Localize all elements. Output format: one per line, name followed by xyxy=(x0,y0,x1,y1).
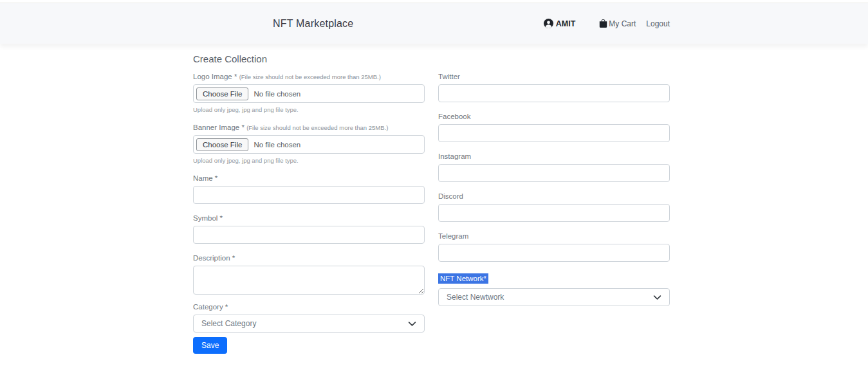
name-group: Name * xyxy=(193,174,425,204)
logo-helper-text: Upload only jpeg, jpg and png file type. xyxy=(193,106,425,113)
description-field[interactable] xyxy=(193,266,425,295)
logo-image-size-note: (File size should not be exceeded more t… xyxy=(239,73,381,80)
category-select[interactable]: Select Category xyxy=(193,315,425,333)
symbol-field[interactable] xyxy=(193,226,425,244)
name-field[interactable] xyxy=(193,186,425,204)
banner-image-size-note: (File size should not be exceeded more t… xyxy=(246,124,388,131)
telegram-label: Telegram xyxy=(438,232,670,240)
instagram-field[interactable] xyxy=(438,164,670,182)
logo-file-status: No file chosen xyxy=(254,90,300,98)
banner-image-group: Banner Image * (File size should not be … xyxy=(193,123,425,164)
chevron-down-icon xyxy=(653,293,661,302)
facebook-label: Facebook xyxy=(438,113,670,120)
nft-network-label: NFT Network* xyxy=(438,273,488,284)
form-right-column: Twitter Facebook Instagram Discord Teleg… xyxy=(438,73,670,354)
banner-choose-file-button[interactable]: Choose File xyxy=(196,138,248,151)
page-title: Create Collection xyxy=(193,53,670,64)
symbol-group: Symbol * xyxy=(193,214,425,244)
instagram-label: Instagram xyxy=(438,152,670,160)
discord-group: Discord xyxy=(438,192,670,222)
logo-image-group: Logo Image * (File size should not be ex… xyxy=(193,73,425,113)
category-label: Category * xyxy=(193,303,425,311)
facebook-field[interactable] xyxy=(438,124,670,142)
description-label: Description * xyxy=(193,254,425,262)
banner-helper-text: Upload only jpeg, jpg and png file type. xyxy=(193,157,425,164)
nav-user-menu[interactable]: AMIT xyxy=(544,19,576,28)
description-group: Description * xyxy=(193,254,425,295)
symbol-label: Symbol * xyxy=(193,214,425,222)
form-left-column: Logo Image * (File size should not be ex… xyxy=(193,73,425,354)
logo-image-label: Logo Image * (File size should not be ex… xyxy=(193,73,425,80)
create-collection-form: Create Collection Logo Image * (File siz… xyxy=(193,53,670,354)
name-label: Name * xyxy=(193,174,425,182)
save-button[interactable]: Save xyxy=(193,337,227,354)
brand-title: NFT Marketplace xyxy=(273,18,353,30)
telegram-group: Telegram xyxy=(438,232,670,262)
nft-network-group: NFT Network* Select Newtwork xyxy=(438,272,670,306)
instagram-group: Instagram xyxy=(438,152,670,182)
nav-my-cart[interactable]: My Cart xyxy=(599,19,636,28)
network-selected-value: Select Newtwork xyxy=(447,293,504,302)
twitter-label: Twitter xyxy=(438,73,670,80)
logo-choose-file-button[interactable]: Choose File xyxy=(196,87,248,100)
person-circle-icon xyxy=(544,19,553,28)
nav-user-label: AMIT xyxy=(556,19,576,28)
category-group: Category * Select Category xyxy=(193,303,425,333)
chevron-down-icon xyxy=(408,320,416,328)
nav-logout[interactable]: Logout xyxy=(646,19,670,28)
discord-label: Discord xyxy=(438,192,670,200)
facebook-group: Facebook xyxy=(438,113,670,142)
nav-cart-label: My Cart xyxy=(609,19,636,28)
bag-icon xyxy=(599,19,607,28)
banner-file-status: No file chosen xyxy=(254,141,300,149)
logo-file-input[interactable]: Choose File No file chosen xyxy=(193,84,425,103)
banner-image-label: Banner Image * (File size should not be … xyxy=(193,123,425,131)
twitter-field[interactable] xyxy=(438,84,670,102)
category-selected-value: Select Category xyxy=(201,319,256,328)
nft-network-select[interactable]: Select Newtwork xyxy=(438,288,670,306)
navbar: NFT Marketplace AMIT xyxy=(0,3,868,44)
banner-file-input[interactable]: Choose File No file chosen xyxy=(193,135,425,154)
twitter-group: Twitter xyxy=(438,73,670,102)
discord-field[interactable] xyxy=(438,204,670,222)
telegram-field[interactable] xyxy=(438,244,670,262)
